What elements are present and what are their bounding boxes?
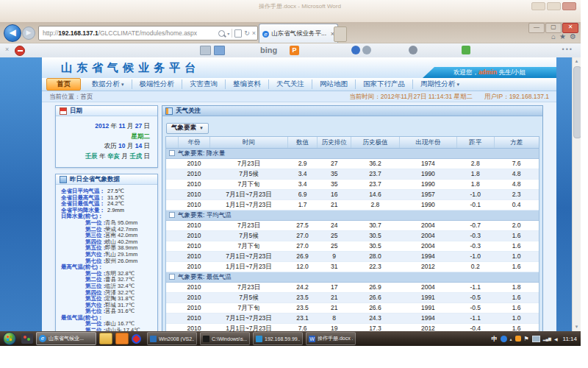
nav-item-4[interactable]: 整编资料 — [225, 79, 268, 89]
chevron-down-icon[interactable]: ▾ — [227, 31, 229, 36]
home-icon[interactable]: ⌂ — [551, 32, 556, 41]
nav-item-0[interactable]: 首页 — [46, 78, 81, 91]
action-center-flag-icon[interactable]: ⚑ — [524, 336, 529, 342]
cell: -1.0 — [456, 190, 494, 200]
card-icon[interactable] — [200, 46, 211, 55]
maximize-icon[interactable]: ▢ — [545, 23, 562, 33]
nav-item-2[interactable]: 极端性分析 — [132, 79, 182, 89]
start-button[interactable] — [3, 332, 16, 345]
cell: 3.4 — [287, 169, 318, 180]
window-button-label: C:\Windows\s... — [212, 336, 247, 342]
date-part: 月 — [125, 122, 135, 130]
browser-scrollbar[interactable]: ▲ ▼ — [572, 57, 581, 331]
toolbar-close-icon[interactable]: × — [5, 46, 9, 53]
display-icon[interactable] — [532, 336, 540, 342]
panel-title: 天气关注 — [176, 107, 201, 116]
scroll-up-icon[interactable]: ▲ — [573, 57, 581, 66]
cell: 27 — [318, 159, 351, 169]
browser-tab[interactable]: e 山东省气候业务平... × — [259, 24, 338, 43]
cell: 1.8 — [494, 283, 539, 293]
cell: 24.2 — [287, 283, 318, 293]
cell: 21 — [318, 293, 351, 303]
element-dropdown-button[interactable]: 气象要素 ▼ — [166, 123, 209, 134]
minimize-icon[interactable] — [531, 2, 545, 10]
cell: 6.9 — [287, 190, 318, 200]
blocker-icon[interactable] — [15, 46, 25, 56]
nav-item-7[interactable]: 国家下行产品 — [355, 79, 412, 89]
cell: 2010 — [178, 231, 210, 241]
taskbar-window-button-0[interactable]: Win2008 (VS2... — [147, 332, 197, 345]
plugin-green-icon[interactable] — [462, 46, 470, 54]
refresh-icon[interactable]: ↻ — [244, 29, 250, 37]
cell: 1.6 — [494, 241, 539, 252]
taskbar-window-button-3[interactable]: W操作手册.docx ... — [306, 332, 356, 345]
close-icon[interactable] — [562, 2, 576, 10]
cell: 2010 — [178, 180, 210, 190]
row-gutter — [166, 200, 178, 210]
close-icon[interactable]: ✕ — [562, 23, 578, 33]
ime-icon[interactable] — [501, 336, 507, 342]
cell: -0.7 — [456, 221, 494, 231]
cell: 9 — [318, 252, 351, 262]
nav-item-8[interactable]: 周期性分析▾ — [412, 79, 467, 89]
forward-button[interactable]: ▶ — [22, 26, 35, 40]
explorer-folder-icon[interactable] — [99, 333, 112, 344]
column-header: 历史极值 — [351, 137, 399, 149]
tray-expand-icon[interactable]: ▴ — [510, 336, 512, 342]
stop-icon[interactable]: × — [252, 29, 256, 37]
nav-item-6[interactable]: 网站地图 — [312, 79, 355, 89]
cell: 1.6 — [494, 231, 539, 241]
favorites-star-icon[interactable]: ★ — [559, 32, 566, 41]
taskbar-ie-button[interactable]: e 山东省气候业... — [36, 332, 96, 345]
taskbar-window-button-1[interactable]: C:\Windows\s... — [200, 332, 250, 345]
scrollbar-thumb[interactable] — [573, 66, 581, 138]
cell: 2.3 — [494, 190, 539, 200]
minimize-icon[interactable]: — — [528, 23, 545, 33]
plugin-p-icon[interactable]: P — [290, 46, 299, 55]
plugin-gray-icon[interactable] — [362, 46, 371, 54]
cell: 26.6 — [351, 293, 399, 303]
taskbar-clock[interactable]: 11:14 — [563, 336, 577, 342]
bing-logo[interactable]: bing — [260, 46, 277, 54]
row-gutter — [166, 169, 178, 180]
speaker-icon[interactable]: ◀ — [554, 336, 558, 342]
calendar-box: 日期 2012 年 11 月 27 日 星期二 农历 10 月 14 日 壬辰 … — [55, 105, 158, 168]
pinned-app-icon[interactable] — [21, 333, 33, 344]
cell: -1.1 — [456, 314, 494, 324]
group-checkbox[interactable] — [169, 150, 175, 156]
column-header: 时间 — [210, 137, 287, 149]
language-indicator[interactable]: 中 — [492, 335, 498, 343]
cell: 27.5 — [287, 221, 318, 231]
search-icon[interactable] — [218, 30, 225, 37]
chevron-down-icon: ▾ — [121, 82, 124, 88]
nav-item-3[interactable]: 灾害查询 — [182, 79, 225, 89]
plugin-paw-icon[interactable] — [409, 46, 417, 54]
group-checkbox[interactable] — [169, 274, 175, 280]
maximize-icon[interactable] — [547, 2, 561, 10]
compatibility-view-icon[interactable] — [234, 29, 242, 38]
row-gutter — [166, 159, 178, 169]
cell: 7月23日 — [210, 221, 287, 231]
nav-item-1[interactable]: 数据分析▾ — [85, 79, 132, 89]
taskbar-window-button-2[interactable]: 192.168.59.99... — [253, 332, 303, 345]
window-button-label: 操作手册.docx ... — [318, 335, 353, 342]
scroll-down-icon[interactable]: ▼ — [573, 323, 581, 331]
group-checkbox[interactable] — [169, 212, 175, 218]
nav-item-5[interactable]: 天气关注 — [268, 79, 312, 89]
plugin-blue-icon[interactable] — [351, 46, 360, 54]
cell: 1974 — [399, 159, 456, 169]
taskbar-window-buttons: Win2008 (VS2...C:\Windows\s...192.168.59… — [146, 332, 357, 345]
username: admin — [478, 68, 497, 76]
toolbar-overflow-icon[interactable]: ••• — [562, 46, 573, 53]
address-bar[interactable]: http://192.168.137.1/GLCCLIMATE/modules/… — [38, 26, 258, 40]
table-row: 20107月23日27.52430.72004-0.72.0 — [166, 221, 539, 231]
row-gutter — [166, 231, 178, 241]
settings-gear-icon[interactable]: ⚙ — [570, 32, 576, 41]
pinned-orange-app-icon[interactable] — [115, 333, 129, 344]
new-tab-button[interactable] — [334, 26, 347, 42]
media-player-icon[interactable] — [132, 334, 141, 344]
network-icon[interactable]: ▂▄▆ — [543, 336, 551, 341]
mail-icon[interactable] — [214, 46, 225, 55]
back-button[interactable]: ◀ — [4, 24, 21, 42]
tray-orange-icon[interactable] — [515, 336, 521, 342]
